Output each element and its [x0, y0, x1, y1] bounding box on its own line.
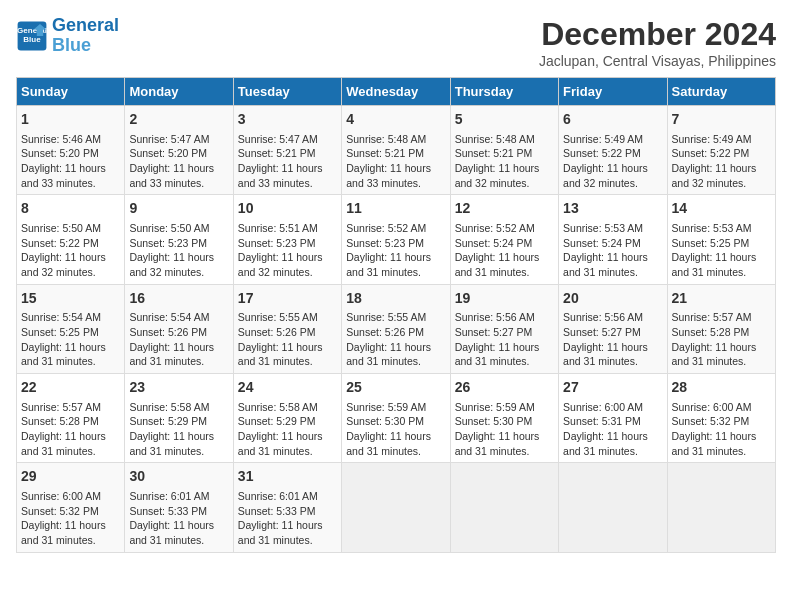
daylight-label: Daylight: 11 hours and 31 minutes. — [672, 341, 757, 368]
day-number: 21 — [672, 289, 771, 309]
weekday-header-saturday: Saturday — [667, 78, 775, 106]
daylight-label: Daylight: 11 hours and 32 minutes. — [563, 162, 648, 189]
page-subtitle: Jaclupan, Central Visayas, Philippines — [539, 53, 776, 69]
sunrise-label: Sunrise: 6:00 AM — [672, 401, 752, 413]
day-number: 3 — [238, 110, 337, 130]
day-number: 17 — [238, 289, 337, 309]
calendar-cell: 20 Sunrise: 5:56 AM Sunset: 5:27 PM Dayl… — [559, 284, 667, 373]
calendar-cell: 10 Sunrise: 5:51 AM Sunset: 5:23 PM Dayl… — [233, 195, 341, 284]
day-number: 1 — [21, 110, 120, 130]
title-area: December 2024 Jaclupan, Central Visayas,… — [539, 16, 776, 69]
daylight-label: Daylight: 11 hours and 31 minutes. — [238, 341, 323, 368]
calendar-week-1: 1 Sunrise: 5:46 AM Sunset: 5:20 PM Dayli… — [17, 106, 776, 195]
day-number: 18 — [346, 289, 445, 309]
sunrise-label: Sunrise: 5:46 AM — [21, 133, 101, 145]
calendar-week-2: 8 Sunrise: 5:50 AM Sunset: 5:22 PM Dayli… — [17, 195, 776, 284]
daylight-label: Daylight: 11 hours and 32 minutes. — [238, 251, 323, 278]
calendar-cell: 29 Sunrise: 6:00 AM Sunset: 5:32 PM Dayl… — [17, 463, 125, 552]
daylight-label: Daylight: 11 hours and 32 minutes. — [672, 162, 757, 189]
day-number: 4 — [346, 110, 445, 130]
sunset-label: Sunset: 5:27 PM — [563, 326, 641, 338]
sunrise-label: Sunrise: 5:50 AM — [21, 222, 101, 234]
sunrise-label: Sunrise: 5:48 AM — [455, 133, 535, 145]
sunrise-label: Sunrise: 5:57 AM — [672, 311, 752, 323]
sunrise-label: Sunrise: 6:00 AM — [563, 401, 643, 413]
calendar-week-4: 22 Sunrise: 5:57 AM Sunset: 5:28 PM Dayl… — [17, 374, 776, 463]
daylight-label: Daylight: 11 hours and 31 minutes. — [563, 251, 648, 278]
weekday-header-friday: Friday — [559, 78, 667, 106]
sunset-label: Sunset: 5:22 PM — [563, 147, 641, 159]
day-number: 2 — [129, 110, 228, 130]
calendar-cell: 16 Sunrise: 5:54 AM Sunset: 5:26 PM Dayl… — [125, 284, 233, 373]
calendar-cell — [342, 463, 450, 552]
sunset-label: Sunset: 5:32 PM — [672, 415, 750, 427]
daylight-label: Daylight: 11 hours and 32 minutes. — [129, 251, 214, 278]
daylight-label: Daylight: 11 hours and 31 minutes. — [21, 341, 106, 368]
sunrise-label: Sunrise: 5:51 AM — [238, 222, 318, 234]
sunrise-label: Sunrise: 5:47 AM — [129, 133, 209, 145]
calendar-cell — [559, 463, 667, 552]
sunrise-label: Sunrise: 5:56 AM — [563, 311, 643, 323]
weekday-header-tuesday: Tuesday — [233, 78, 341, 106]
sunset-label: Sunset: 5:25 PM — [21, 326, 99, 338]
weekday-header-monday: Monday — [125, 78, 233, 106]
daylight-label: Daylight: 11 hours and 31 minutes. — [563, 341, 648, 368]
sunrise-label: Sunrise: 5:53 AM — [563, 222, 643, 234]
calendar-week-5: 29 Sunrise: 6:00 AM Sunset: 5:32 PM Dayl… — [17, 463, 776, 552]
daylight-label: Daylight: 11 hours and 33 minutes. — [346, 162, 431, 189]
daylight-label: Daylight: 11 hours and 33 minutes. — [238, 162, 323, 189]
sunrise-label: Sunrise: 5:52 AM — [455, 222, 535, 234]
calendar-cell: 31 Sunrise: 6:01 AM Sunset: 5:33 PM Dayl… — [233, 463, 341, 552]
sunrise-label: Sunrise: 5:59 AM — [455, 401, 535, 413]
weekday-header-thursday: Thursday — [450, 78, 558, 106]
sunset-label: Sunset: 5:27 PM — [455, 326, 533, 338]
calendar-cell: 18 Sunrise: 5:55 AM Sunset: 5:26 PM Dayl… — [342, 284, 450, 373]
daylight-label: Daylight: 11 hours and 31 minutes. — [21, 430, 106, 457]
day-number: 25 — [346, 378, 445, 398]
calendar-cell: 1 Sunrise: 5:46 AM Sunset: 5:20 PM Dayli… — [17, 106, 125, 195]
day-number: 15 — [21, 289, 120, 309]
day-number: 11 — [346, 199, 445, 219]
sunset-label: Sunset: 5:26 PM — [129, 326, 207, 338]
calendar-cell: 4 Sunrise: 5:48 AM Sunset: 5:21 PM Dayli… — [342, 106, 450, 195]
calendar-cell: 27 Sunrise: 6:00 AM Sunset: 5:31 PM Dayl… — [559, 374, 667, 463]
calendar-cell: 25 Sunrise: 5:59 AM Sunset: 5:30 PM Dayl… — [342, 374, 450, 463]
sunset-label: Sunset: 5:29 PM — [238, 415, 316, 427]
calendar-cell: 24 Sunrise: 5:58 AM Sunset: 5:29 PM Dayl… — [233, 374, 341, 463]
daylight-label: Daylight: 11 hours and 33 minutes. — [21, 162, 106, 189]
day-number: 16 — [129, 289, 228, 309]
sunset-label: Sunset: 5:33 PM — [129, 505, 207, 517]
sunrise-label: Sunrise: 5:53 AM — [672, 222, 752, 234]
sunrise-label: Sunrise: 5:52 AM — [346, 222, 426, 234]
day-number: 30 — [129, 467, 228, 487]
calendar-cell: 28 Sunrise: 6:00 AM Sunset: 5:32 PM Dayl… — [667, 374, 775, 463]
daylight-label: Daylight: 11 hours and 31 minutes. — [238, 430, 323, 457]
sunset-label: Sunset: 5:30 PM — [455, 415, 533, 427]
calendar-cell: 22 Sunrise: 5:57 AM Sunset: 5:28 PM Dayl… — [17, 374, 125, 463]
daylight-label: Daylight: 11 hours and 31 minutes. — [129, 341, 214, 368]
day-number: 27 — [563, 378, 662, 398]
sunset-label: Sunset: 5:23 PM — [129, 237, 207, 249]
daylight-label: Daylight: 11 hours and 31 minutes. — [672, 251, 757, 278]
sunset-label: Sunset: 5:23 PM — [238, 237, 316, 249]
calendar-cell: 19 Sunrise: 5:56 AM Sunset: 5:27 PM Dayl… — [450, 284, 558, 373]
daylight-label: Daylight: 11 hours and 31 minutes. — [238, 519, 323, 546]
sunset-label: Sunset: 5:26 PM — [346, 326, 424, 338]
sunrise-label: Sunrise: 5:48 AM — [346, 133, 426, 145]
weekday-header-wednesday: Wednesday — [342, 78, 450, 106]
logo-text: General Blue — [52, 16, 119, 56]
daylight-label: Daylight: 11 hours and 31 minutes. — [346, 341, 431, 368]
daylight-label: Daylight: 11 hours and 33 minutes. — [129, 162, 214, 189]
page-header: General Blue General Blue December 2024 … — [16, 16, 776, 69]
sunset-label: Sunset: 5:26 PM — [238, 326, 316, 338]
daylight-label: Daylight: 11 hours and 32 minutes. — [21, 251, 106, 278]
calendar-header-row: SundayMondayTuesdayWednesdayThursdayFrid… — [17, 78, 776, 106]
calendar-cell: 8 Sunrise: 5:50 AM Sunset: 5:22 PM Dayli… — [17, 195, 125, 284]
day-number: 22 — [21, 378, 120, 398]
day-number: 7 — [672, 110, 771, 130]
calendar-cell: 9 Sunrise: 5:50 AM Sunset: 5:23 PM Dayli… — [125, 195, 233, 284]
day-number: 26 — [455, 378, 554, 398]
day-number: 6 — [563, 110, 662, 130]
day-number: 5 — [455, 110, 554, 130]
sunrise-label: Sunrise: 6:01 AM — [129, 490, 209, 502]
